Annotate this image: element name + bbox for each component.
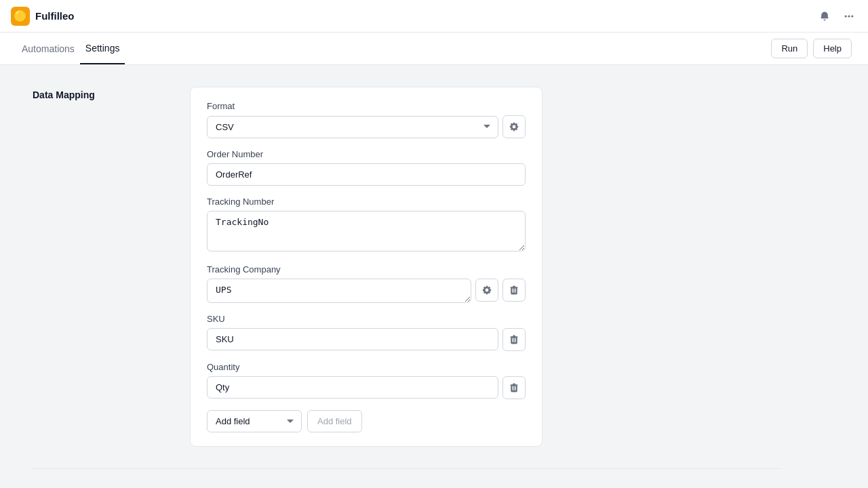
format-settings-button[interactable] bbox=[502, 115, 526, 138]
gear-icon bbox=[509, 121, 519, 132]
tracking-company-delete-button[interactable] bbox=[502, 279, 526, 302]
main-content: Data Mapping Format CSV JSON XML bbox=[0, 65, 814, 488]
run-button[interactable]: Run bbox=[771, 39, 808, 58]
tracking-company-group: Tracking Company UPS bbox=[207, 264, 526, 303]
order-number-input[interactable] bbox=[207, 163, 526, 186]
tracking-number-group: Tracking Number TrackingNo bbox=[207, 197, 526, 253]
nav-automations[interactable]: Automations bbox=[16, 33, 80, 64]
tracking-company-settings-button[interactable] bbox=[475, 279, 498, 302]
tracking-company-label: Tracking Company bbox=[207, 264, 526, 274]
bell-icon-button[interactable] bbox=[816, 8, 833, 24]
subnav-actions: Run Help bbox=[771, 39, 852, 58]
order-number-group: Order Number bbox=[207, 149, 526, 186]
topbar-actions bbox=[816, 8, 857, 24]
quantity-input[interactable] bbox=[207, 376, 498, 399]
data-mapping-section: Data Mapping Format CSV JSON XML bbox=[33, 87, 781, 447]
subnav: Automations Settings Run Help bbox=[0, 33, 868, 65]
gear-icon bbox=[481, 285, 492, 296]
bell-icon bbox=[819, 11, 830, 22]
help-button[interactable]: Help bbox=[813, 39, 852, 58]
trash-icon bbox=[509, 285, 519, 296]
app-name: Fulfilleo bbox=[35, 10, 75, 22]
app-logo: 🟡 Fulfilleo bbox=[11, 7, 75, 26]
sku-row bbox=[207, 328, 526, 351]
quantity-row bbox=[207, 376, 526, 399]
more-icon bbox=[844, 11, 854, 22]
add-field-row: Add field Ada field Add field bbox=[207, 410, 526, 432]
sku-label: SKU bbox=[207, 314, 526, 324]
format-group: Format CSV JSON XML bbox=[207, 101, 526, 138]
trash-icon bbox=[509, 382, 519, 393]
format-label: Format bbox=[207, 101, 526, 111]
tracking-company-input[interactable]: UPS bbox=[207, 279, 471, 303]
add-field-button[interactable]: Add field bbox=[307, 410, 362, 432]
trash-icon bbox=[509, 334, 519, 345]
quantity-label: Quantity bbox=[207, 362, 526, 372]
tracking-number-label: Tracking Number bbox=[207, 197, 526, 207]
section-divider bbox=[33, 468, 781, 469]
add-field-select[interactable]: Add field Ada field bbox=[207, 410, 302, 432]
data-mapping-content: Format CSV JSON XML Order Numbe bbox=[190, 87, 542, 447]
nav-settings[interactable]: Settings bbox=[80, 33, 125, 64]
topbar: 🟡 Fulfilleo bbox=[0, 0, 868, 33]
quantity-delete-button[interactable] bbox=[502, 376, 526, 399]
sku-group: SKU bbox=[207, 314, 526, 351]
tracking-company-row: UPS bbox=[207, 279, 526, 303]
sku-delete-button[interactable] bbox=[502, 328, 526, 351]
more-icon-button[interactable] bbox=[841, 8, 857, 24]
quantity-group: Quantity bbox=[207, 362, 526, 399]
order-number-label: Order Number bbox=[207, 149, 526, 159]
data-mapping-label: Data Mapping bbox=[33, 87, 168, 447]
format-select[interactable]: CSV JSON XML bbox=[207, 116, 498, 138]
sku-input[interactable] bbox=[207, 328, 498, 350]
logo-icon: 🟡 bbox=[11, 7, 30, 26]
tracking-number-input[interactable]: TrackingNo bbox=[207, 211, 526, 251]
format-row: CSV JSON XML bbox=[207, 115, 526, 138]
